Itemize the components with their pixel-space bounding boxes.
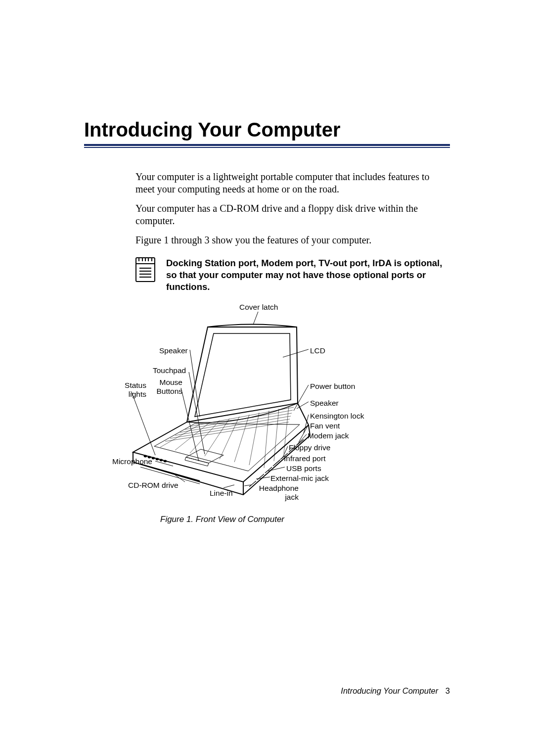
page-title: Introducing Your Computer — [84, 119, 450, 141]
body: Your computer is a lightweight portable … — [135, 171, 450, 524]
svg-line-13 — [223, 485, 234, 488]
svg-line-10 — [132, 392, 155, 455]
svg-point-2 — [152, 457, 155, 459]
title-rule-thin — [84, 147, 450, 148]
svg-point-0 — [144, 455, 147, 457]
svg-line-16 — [268, 467, 285, 471]
svg-line-9 — [181, 388, 199, 461]
page-footer: Introducing Your Computer 3 — [341, 686, 450, 696]
svg-point-3 — [156, 458, 159, 460]
svg-line-23 — [294, 385, 309, 411]
laptop-diagram — [126, 303, 402, 511]
paragraph-3: Figure 1 through 3 show you the features… — [135, 234, 450, 246]
title-rule-thick — [84, 144, 450, 146]
note-block: Docking Station port, Modem port, TV-out… — [135, 257, 450, 293]
svg-line-7 — [190, 350, 200, 417]
footer-page-number: 3 — [445, 686, 450, 695]
note-text: Docking Station port, Modem port, TV-out… — [166, 257, 450, 293]
svg-point-5 — [164, 460, 167, 462]
page: Introducing Your Computer Your computer … — [0, 0, 534, 756]
svg-line-6 — [253, 312, 258, 325]
figure: Cover latch Speaker Touchpad MouseButton… — [126, 303, 402, 511]
figure-caption: Figure 1. Front View of Computer — [160, 515, 450, 524]
footer-section: Introducing Your Computer — [341, 686, 438, 695]
paragraph-1: Your computer is a lightweight portable … — [135, 171, 450, 195]
svg-point-4 — [160, 459, 163, 461]
svg-point-1 — [148, 456, 151, 458]
paragraph-2: Your computer has a CD-ROM drive and a f… — [135, 202, 450, 227]
notepad-icon — [135, 257, 155, 282]
svg-line-24 — [283, 349, 309, 357]
